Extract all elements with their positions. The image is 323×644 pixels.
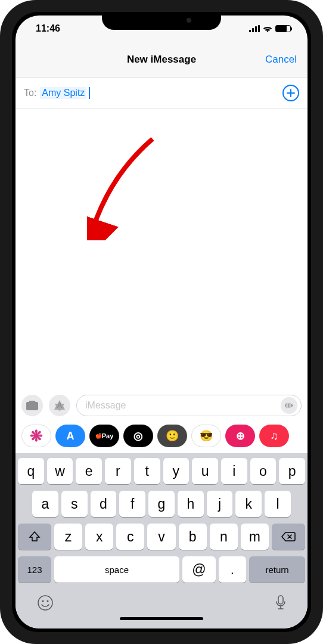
add-contact-button[interactable] (282, 85, 299, 101)
svg-text:A: A (57, 401, 63, 410)
key-j[interactable]: j (207, 491, 233, 517)
battery-icon (275, 25, 291, 32)
app-music[interactable]: ♫ (259, 425, 289, 447)
app-app-store[interactable]: A (55, 425, 85, 447)
svg-point-3 (47, 600, 49, 602)
text-cursor (89, 87, 90, 99)
app-store-icon: A (54, 400, 66, 411)
key-q[interactable]: q (18, 458, 44, 484)
key-y[interactable]: y (163, 458, 190, 484)
key-v[interactable]: v (147, 524, 175, 550)
to-label: To: (24, 88, 36, 98)
to-field[interactable]: To: Amy Spitz (15, 78, 308, 109)
key-r[interactable]: r (105, 458, 131, 484)
key-s[interactable]: s (61, 491, 88, 517)
key-u[interactable]: u (192, 458, 218, 484)
key-n[interactable]: n (210, 524, 238, 550)
svg-point-2 (42, 600, 44, 602)
backspace-key[interactable] (272, 524, 305, 550)
key-i[interactable]: i (221, 458, 247, 484)
key-h[interactable]: h (178, 491, 204, 517)
message-input-bar: A iMessage (15, 390, 308, 421)
shift-key[interactable] (18, 524, 51, 550)
at-key[interactable]: @ (182, 556, 216, 583)
app-hearts[interactable]: ⊕ (225, 425, 255, 447)
notch (102, 12, 221, 30)
status-time: 11:46 (36, 23, 60, 34)
apps-button[interactable]: A (49, 395, 70, 416)
key-g[interactable]: g (148, 491, 175, 517)
key-k[interactable]: k (235, 491, 262, 517)
app-photos[interactable]: ❋ (21, 425, 51, 447)
numeric-key[interactable]: 123 (18, 556, 51, 583)
cancel-button[interactable]: Cancel (265, 54, 297, 66)
key-p[interactable]: p (279, 458, 305, 484)
app-memoji[interactable]: 😎 (191, 425, 221, 447)
wifi-icon (263, 25, 272, 32)
svg-rect-4 (278, 596, 283, 604)
return-key[interactable]: return (249, 556, 305, 583)
cellular-signal-icon (249, 25, 260, 32)
home-indicator[interactable] (120, 617, 203, 620)
space-key[interactable]: space (54, 556, 179, 583)
plus-icon (286, 88, 296, 98)
app-animoji[interactable]: 🙂 (157, 425, 187, 447)
keyboard: qwertyuiop asdfghjkl zxcvbnm 123 space @… (15, 453, 308, 628)
key-o[interactable]: o (250, 458, 277, 484)
key-l[interactable]: l (265, 491, 291, 517)
app-drawer[interactable]: ❋A🍎Pay◎🙂😎⊕♫ (15, 421, 308, 453)
key-w[interactable]: w (47, 458, 73, 484)
camera-button[interactable] (21, 395, 43, 416)
dictation-button[interactable] (275, 595, 286, 611)
key-x[interactable]: x (85, 524, 113, 550)
key-c[interactable]: c (116, 524, 144, 550)
annotation-arrow (87, 133, 164, 240)
screen: 11:46 New iMessage Cancel To: (15, 16, 308, 628)
key-z[interactable]: z (54, 524, 82, 550)
svg-point-1 (38, 596, 52, 610)
page-title: New iMessage (127, 54, 196, 66)
key-f[interactable]: f (119, 491, 145, 517)
key-b[interactable]: b (179, 524, 207, 550)
backspace-icon (281, 531, 296, 542)
message-text-input[interactable]: iMessage (76, 395, 302, 416)
phone-frame: 11:46 New iMessage Cancel To: (0, 0, 323, 644)
navigation-bar: New iMessage Cancel (15, 42, 308, 78)
key-a[interactable]: a (32, 491, 58, 517)
key-m[interactable]: m (241, 524, 269, 550)
message-placeholder: iMessage (85, 400, 281, 411)
key-d[interactable]: d (91, 491, 117, 517)
app-activity[interactable]: ◎ (123, 425, 153, 447)
key-e[interactable]: e (76, 458, 102, 484)
camera-icon (26, 400, 39, 411)
conversation-area (15, 109, 308, 390)
waveform-icon (284, 402, 294, 408)
status-indicators (249, 25, 291, 32)
emoji-button[interactable] (37, 595, 54, 611)
app-apple-pay[interactable]: 🍎Pay (89, 425, 119, 447)
key-t[interactable]: t (134, 458, 160, 484)
shift-icon (29, 531, 41, 542)
period-key[interactable]: . (219, 556, 246, 583)
recipient-chip[interactable]: Amy Spitz (40, 87, 86, 99)
audio-record-button[interactable] (281, 397, 297, 414)
